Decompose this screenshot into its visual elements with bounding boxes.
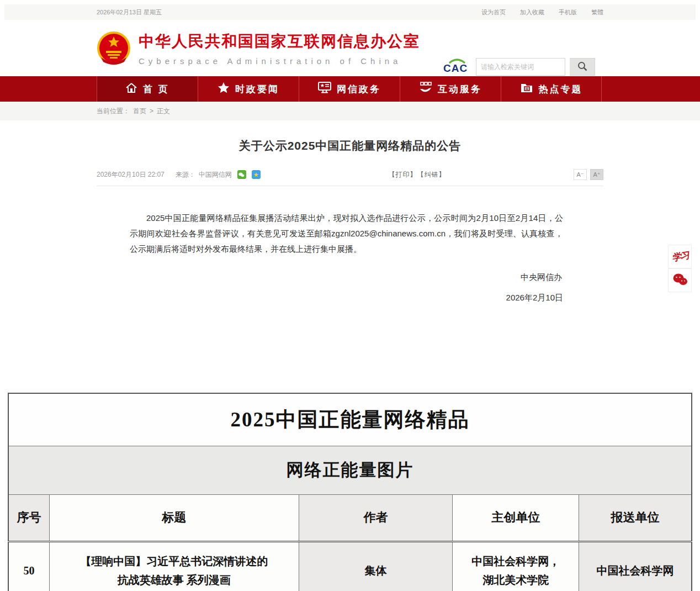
top-utility-bar: 2026年02月13日 星期五 设为首页 加入收藏 手机版 繁體 xyxy=(4,4,696,20)
site-brand: 中华人民共和国国家互联网信息办公室 Cyberspace Administrat… xyxy=(97,30,420,66)
side-share-widgets: 学习 xyxy=(668,245,692,292)
article-date: 2026年02月10日 22:07 xyxy=(97,170,165,180)
print-button[interactable]: 【打印】 xyxy=(388,171,417,178)
wechat-widget[interactable] xyxy=(668,268,692,292)
article-title: 关于公示2025中国正能量网络精品的公告 xyxy=(97,138,603,154)
utility-links: 设为首页 加入收藏 手机版 繁體 xyxy=(481,8,603,17)
font-larger-button[interactable]: A⁺ xyxy=(590,169,603,180)
article-signature-date: 2026年2月10日 xyxy=(97,293,603,303)
table-category-row: 网络正能量图片 xyxy=(8,446,692,494)
national-emblem-logo xyxy=(97,30,131,66)
search-input[interactable] xyxy=(476,58,565,76)
brand-text: 中华人民共和国国家互联网信息办公室 Cyberspace Administrat… xyxy=(139,31,420,66)
folder-icon xyxy=(520,82,533,96)
add-favorite-link[interactable]: 加入收藏 xyxy=(520,8,544,17)
font-smaller-button[interactable]: A⁻ xyxy=(574,169,587,180)
col-header-number: 序号 xyxy=(8,494,49,541)
nav-item-label: 热点专题 xyxy=(539,83,583,96)
service-hand-icon xyxy=(419,82,432,96)
nav-item-hot-topics[interactable]: 热点专题 xyxy=(501,76,602,102)
nav-item-home[interactable]: 首 页 xyxy=(97,76,198,102)
nav-item-label: 互动服务 xyxy=(438,83,482,96)
table-header-row: 序号 标题 作者 主创单位 报送单位 xyxy=(8,494,692,541)
current-date: 2026年02月13日 星期五 xyxy=(97,8,162,17)
home-icon xyxy=(125,82,137,96)
table-row: 50 【理响中国】习近平总书记深情讲述的 抗战英雄故事 系列漫画 集体 中国社会… xyxy=(8,541,692,591)
award-table-section: 2025中国正能量网络精品 网络正能量图片 序号 标题 作者 主创单位 报送单位… xyxy=(8,393,692,591)
breadcrumb-bar: 当前位置： 首页 > 正文 xyxy=(0,102,700,120)
breadcrumb-home-link[interactable]: 首页 xyxy=(133,107,146,116)
error-correction-button[interactable]: 【纠错】 xyxy=(417,171,446,178)
cell-author: 集体 xyxy=(299,541,453,591)
article-source-label: 来源： xyxy=(176,170,195,180)
star-icon xyxy=(218,82,230,96)
site-header: 中华人民共和国国家互联网信息办公室 Cyberspace Administrat… xyxy=(0,20,700,74)
font-size-controls: A⁻ A⁺ xyxy=(574,169,603,180)
table-category: 网络正能量图片 xyxy=(8,446,692,494)
monitor-icon xyxy=(318,82,331,96)
set-homepage-link[interactable]: 设为首页 xyxy=(481,8,506,17)
cell-title: 【理响中国】习近平总书记深情讲述的 抗战英雄故事 系列漫画 xyxy=(49,541,299,591)
search-button[interactable] xyxy=(570,58,595,76)
qzone-share-icon[interactable]: ★ xyxy=(252,170,261,179)
nav-item-label: 网信政务 xyxy=(337,83,381,96)
article-meta-left: 2026年02月10日 22:07 来源： 中国网信网 ★ xyxy=(97,170,261,180)
nav-item-news[interactable]: 时政要闻 xyxy=(198,76,299,102)
article-meta-actions: 【打印】【纠错】 xyxy=(261,170,574,180)
col-header-creator: 主创单位 xyxy=(453,494,579,541)
table-title: 2025中国正能量网络精品 xyxy=(8,393,692,446)
cell-creator: 中国社会科学网， 湖北美术学院 xyxy=(453,541,579,591)
table-title-row: 2025中国正能量网络精品 xyxy=(8,393,692,446)
col-header-submitter: 报送单位 xyxy=(579,494,692,541)
study-platform-widget[interactable]: 学习 xyxy=(668,245,692,268)
cell-submitter: 中国社会科学网 xyxy=(579,541,692,591)
nav-item-label: 首 页 xyxy=(143,83,169,96)
col-header-title: 标题 xyxy=(49,494,299,541)
nav-item-gov-affairs[interactable]: 网信政务 xyxy=(299,76,400,102)
nav-item-interactive-services[interactable]: 互动服务 xyxy=(400,76,501,102)
article-body: 2025中国正能量网络精品征集展播活动结果出炉，现对拟入选作品进行公示，公示时间… xyxy=(97,186,603,257)
wechat-share-icon[interactable] xyxy=(237,170,246,179)
article-signature: 中央网信办 xyxy=(97,272,603,283)
breadcrumb-separator: > xyxy=(150,107,153,115)
svg-text:CAC: CAC xyxy=(443,62,468,74)
article-section: 关于公示2025中国正能量网络精品的公告 2026年02月10日 22:07 来… xyxy=(0,120,700,303)
cell-number: 50 xyxy=(8,541,49,591)
search-icon xyxy=(577,61,588,73)
article-meta-bar: 2026年02月10日 22:07 来源： 中国网信网 ★ 【打印】【纠错】 A… xyxy=(97,169,603,186)
traditional-chinese-link[interactable]: 繁體 xyxy=(591,8,603,17)
col-header-author: 作者 xyxy=(299,494,453,541)
nav-item-label: 时政要闻 xyxy=(235,83,279,96)
site-subtitle: Cyberspace Administration of China xyxy=(139,56,420,66)
mobile-version-link[interactable]: 手机版 xyxy=(559,8,577,17)
site-title: 中华人民共和国国家互联网信息办公室 xyxy=(139,31,420,52)
breadcrumb: 当前位置： 首页 > 正文 xyxy=(97,102,603,120)
cac-logo: CAC xyxy=(443,57,471,76)
wechat-icon xyxy=(672,273,688,288)
breadcrumb-label: 当前位置： xyxy=(97,107,130,116)
study-platform-logo: 学习 xyxy=(671,249,690,265)
search-area: CAC xyxy=(443,57,595,76)
article-source: 中国网信网 xyxy=(199,170,232,180)
main-navigation: 首 页 时政要闻 网信政务 互动服务 热点专题 xyxy=(0,76,700,102)
breadcrumb-current: 正文 xyxy=(157,107,170,116)
award-table: 2025中国正能量网络精品 网络正能量图片 序号 标题 作者 主创单位 报送单位… xyxy=(8,393,692,591)
